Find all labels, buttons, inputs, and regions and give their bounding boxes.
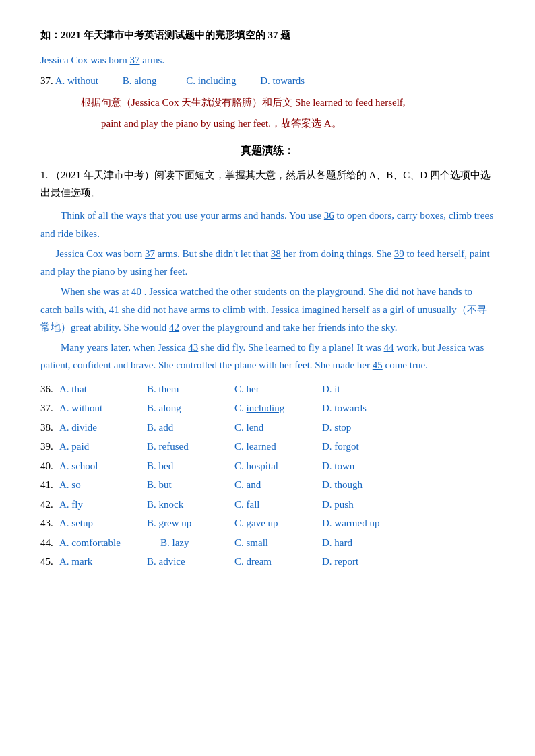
answer-row-40: 40. A. school B. bed C. hospital D. town <box>40 458 495 475</box>
answer-row-43: 43. A. setup B. grew up C. gave up D. wa… <box>40 515 495 532</box>
question-37-row: 37. A. without B. along C. including D. … <box>40 73 495 90</box>
true-practice-title: 真题演练： <box>40 141 495 160</box>
passage-para-3: When she was at 40 . Jessica watched the… <box>40 283 495 336</box>
explanation-line1: 根据句意（Jessica Cox 天生就没有胳膊）和后文 She learned… <box>40 94 495 111</box>
passage-para-2: Jessica Cox was born 37 arms. But she di… <box>40 245 495 281</box>
passage-para-4: Many years later, when Jessica 43 she di… <box>40 339 495 374</box>
answer-row-45: 45. A. mark B. advice C. dream D. report <box>40 553 495 571</box>
answer-options-section: 36. A. that B. them C. her D. it 37. A. … <box>40 381 495 571</box>
explanation-block: 根据句意（Jessica Cox 天生就没有胳膊）和后文 She learned… <box>40 94 495 132</box>
answer-row-42: 42. A. fly B. knock C. fall D. push <box>40 496 495 514</box>
answer-row-41: 41. A. so B. but C. and D. though <box>40 477 495 494</box>
explanation-line2: paint and play the piano by using her fe… <box>40 114 495 132</box>
answer-row-44: 44. A. comfortable B. lazy C. small D. h… <box>40 535 495 552</box>
header-title: 如：2021 年天津市中考英语测试题中的完形填空的 37 题 <box>40 27 495 44</box>
blank-37-intro: 37 <box>129 55 139 65</box>
answer-row-37: 37. A. without B. along C. including D. … <box>40 400 495 417</box>
answer-row-39: 39. A. paid B. refused C. learned D. for… <box>40 438 495 456</box>
answer-row-36: 36. A. that B. them C. her D. it <box>40 381 495 399</box>
intro-sentence: Jessica Cox was born 37 arms. <box>40 51 495 69</box>
answer-row-38: 38. A. divide B. add C. lend D. stop <box>40 419 495 437</box>
passage-para-1: Think of all the ways that you use your … <box>40 207 495 242</box>
task1-intro: 1. （2021 年天津市中考）阅读下面短文，掌握其大意，然后从各题所给的 A、… <box>40 166 495 202</box>
